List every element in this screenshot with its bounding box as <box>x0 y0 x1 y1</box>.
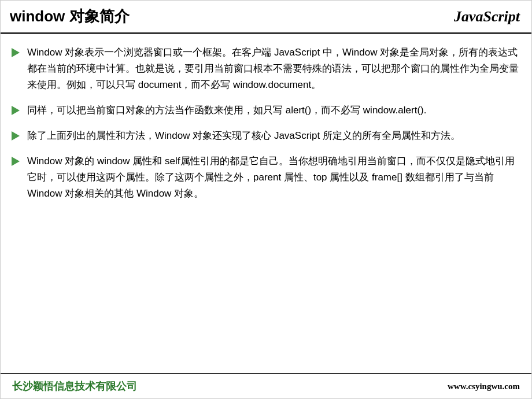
list-item: 除了上面列出的属性和方法，Window 对象还实现了核心 JavaScript … <box>10 128 520 144</box>
bullet-arrow-icon <box>10 104 21 116</box>
footer-website: www.csyingwu.com <box>448 382 520 391</box>
bullet-text-3: Window 对象的 window 属性和 self属性引用的都是它自己。当你想… <box>27 153 520 202</box>
list-item: 同样，可以把当前窗口对象的方法当作函数来使用，如只写 alert()，而不必写 … <box>10 102 520 119</box>
page-title: window 对象简介 <box>10 6 130 27</box>
main-content: Window 对象表示一个浏览器窗口或一个框架。在客户端 JavaScript … <box>1 34 531 373</box>
header: window 对象简介 JavaScript <box>1 1 531 34</box>
bullet-text-1: 同样，可以把当前窗口对象的方法当作函数来使用，如只写 alert()，而不必写 … <box>27 102 520 119</box>
bullet-arrow-icon <box>10 46 21 58</box>
bullet-text-0: Window 对象表示一个浏览器窗口或一个框架。在客户端 JavaScript … <box>27 45 520 93</box>
list-item: Window 对象表示一个浏览器窗口或一个框架。在客户端 JavaScript … <box>10 45 520 93</box>
bullet-arrow-icon <box>10 155 21 167</box>
bullet-text-2: 除了上面列出的属性和方法，Window 对象还实现了核心 JavaScript … <box>27 128 520 144</box>
footer: 长沙颖悟信息技术有限公司 www.csyingwu.com <box>1 373 531 398</box>
list-item: Window 对象的 window 属性和 self属性引用的都是它自己。当你想… <box>10 153 520 202</box>
bullet-list: Window 对象表示一个浏览器窗口或一个框架。在客户端 JavaScript … <box>10 45 520 202</box>
footer-company: 长沙颖悟信息技术有限公司 <box>12 379 137 393</box>
page-wrapper: window 对象简介 JavaScript Window 对象表示一个浏览器窗… <box>0 0 532 399</box>
header-brand: JavaScript <box>454 8 520 25</box>
bullet-arrow-icon <box>10 130 21 141</box>
